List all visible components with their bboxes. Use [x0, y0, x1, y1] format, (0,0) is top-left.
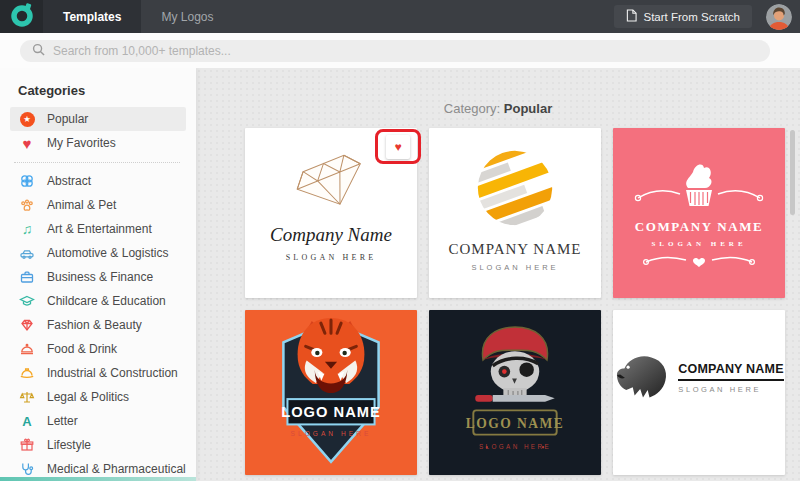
- template-card-golden-sphere[interactable]: COMPANY NAME SLOGAN HERE: [429, 128, 601, 298]
- abstract-icon: [18, 172, 36, 190]
- stethoscope-icon: [18, 460, 36, 478]
- template-card-diamond[interactable]: Company Name SLOGAN HERE ♥: [245, 128, 417, 298]
- template-company-name: Company Name: [270, 224, 392, 246]
- tiger-mascot-logo: LOGO NAME SLOGAN HERE: [264, 312, 398, 474]
- template-card-cupcake[interactable]: COMPANY NAME SLOGAN HERE: [613, 128, 785, 298]
- sidebar-item-legal-politics[interactable]: Legal & Politics: [10, 385, 186, 409]
- sidebar-divider: [14, 162, 180, 163]
- sidebar-item-lifestyle[interactable]: Lifestyle: [10, 433, 186, 457]
- sidebar-item-popular[interactable]: ★ Popular: [10, 107, 186, 131]
- sidebar-item-animal-pet[interactable]: Animal & Pet: [10, 193, 186, 217]
- search-bar: [0, 33, 800, 68]
- category-header-label: Category:: [444, 101, 500, 116]
- template-card-pirate-skull[interactable]: LOGO NAME SLOGAN HERE: [429, 310, 601, 475]
- template-slogan: SLOGAN HERE: [471, 263, 558, 272]
- eagle-head-logo: [614, 349, 672, 407]
- vertical-scrollbar-thumb[interactable]: [790, 130, 795, 215]
- sidebar-item-fashion-beauty[interactable]: Fashion & Beauty: [10, 313, 186, 337]
- favorite-heart-button[interactable]: ♥: [386, 135, 410, 159]
- star-badge-icon: ★: [18, 110, 36, 128]
- templates-panel: Category: Popular Company Name SLOGAN HE…: [196, 68, 800, 481]
- pirate-skull-logo: LOGO NAME SLOGAN HERE: [452, 316, 578, 470]
- car-icon: [18, 244, 36, 262]
- top-bar: Templates My Logos Start From Scratch: [0, 0, 800, 33]
- search-input[interactable]: [53, 44, 653, 58]
- sidebar-item-automotive-logistics[interactable]: Automotive & Logistics: [10, 241, 186, 265]
- new-document-icon: [626, 9, 637, 24]
- template-card-eagle[interactable]: COMPANY NAME SLOGAN HERE: [613, 310, 785, 475]
- sidebar-item-business-finance[interactable]: Business & Finance: [10, 265, 186, 289]
- sidebar-item-industrial-construction[interactable]: Industrial & Construction: [10, 361, 186, 385]
- heart-flourish-ornament: [624, 254, 774, 274]
- cloche-icon: [18, 340, 36, 358]
- graduation-cap-icon: [18, 292, 36, 310]
- category-header-value: Popular: [504, 101, 552, 116]
- template-slogan: SLOGAN HERE: [651, 240, 746, 248]
- letter-a-icon: A: [18, 412, 36, 430]
- template-company-name: LOGO NAME: [466, 415, 565, 430]
- categories-sidebar: Categories ★ Popular ♥ My Favorites Abst…: [0, 68, 196, 481]
- diamond-sketch-logo: [266, 142, 396, 222]
- sidebar-item-food-drink[interactable]: Food & Drink: [10, 337, 186, 361]
- template-grid: Company Name SLOGAN HERE ♥: [245, 128, 785, 475]
- designevo-logo-icon: [9, 2, 35, 32]
- scales-icon: [18, 388, 36, 406]
- brand-logo[interactable]: [0, 0, 43, 33]
- category-header: Category: Popular: [196, 101, 800, 116]
- sidebar-scroll-indicator[interactable]: [0, 477, 196, 481]
- cupcake-logo: [624, 154, 774, 214]
- hard-hat-icon: [18, 364, 36, 382]
- sidebar-item-letter[interactable]: A Letter: [10, 409, 186, 433]
- template-company-name: LOGO NAME: [281, 404, 381, 420]
- template-company-name: COMPANY NAME: [635, 219, 764, 235]
- gift-icon: [18, 436, 36, 454]
- template-slogan: SLOGAN HERE: [291, 429, 372, 436]
- search-icon: [32, 42, 45, 60]
- template-company-name: COMPANY NAME: [678, 362, 783, 381]
- template-card-tiger[interactable]: LOGO NAME SLOGAN HERE: [245, 310, 417, 475]
- music-note-icon: ♫: [18, 220, 36, 238]
- briefcase-icon: [18, 268, 36, 286]
- heart-icon: ♥: [18, 134, 36, 152]
- template-company-name: COMPANY NAME: [449, 241, 582, 258]
- categories-heading: Categories: [18, 83, 196, 98]
- tab-templates[interactable]: Templates: [43, 0, 141, 33]
- user-avatar[interactable]: [766, 4, 792, 30]
- start-from-scratch-button[interactable]: Start From Scratch: [614, 5, 753, 28]
- search-field-container: [20, 40, 770, 62]
- sidebar-item-abstract[interactable]: Abstract: [10, 169, 186, 193]
- sidebar-item-my-favorites[interactable]: ♥ My Favorites: [10, 131, 186, 155]
- sidebar-item-childcare-education[interactable]: Childcare & Education: [10, 289, 186, 313]
- template-slogan: SLOGAN HERE: [286, 253, 377, 262]
- tab-my-logos-label: My Logos: [161, 10, 213, 24]
- sidebar-item-art-entertainment[interactable]: ♫ Art & Entertainment: [10, 217, 186, 241]
- template-slogan: SLOGAN HERE: [678, 385, 783, 394]
- start-from-scratch-label: Start From Scratch: [644, 11, 741, 23]
- template-slogan: SLOGAN HERE: [479, 443, 551, 450]
- tab-my-logos[interactable]: My Logos: [141, 0, 233, 33]
- golden-sphere-logo: [471, 144, 559, 236]
- gem-icon: [18, 316, 36, 334]
- tab-templates-label: Templates: [63, 10, 121, 24]
- paw-icon: [18, 196, 36, 214]
